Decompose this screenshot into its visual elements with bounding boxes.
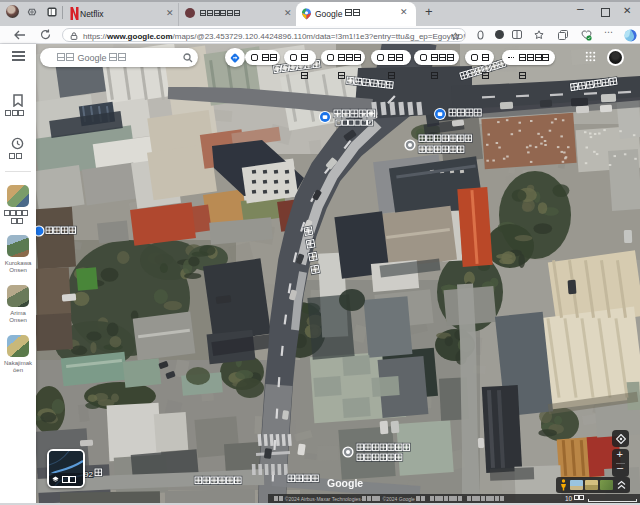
svg-text:Google: Google <box>327 477 363 489</box>
svg-text:92: 92 <box>84 470 93 479</box>
